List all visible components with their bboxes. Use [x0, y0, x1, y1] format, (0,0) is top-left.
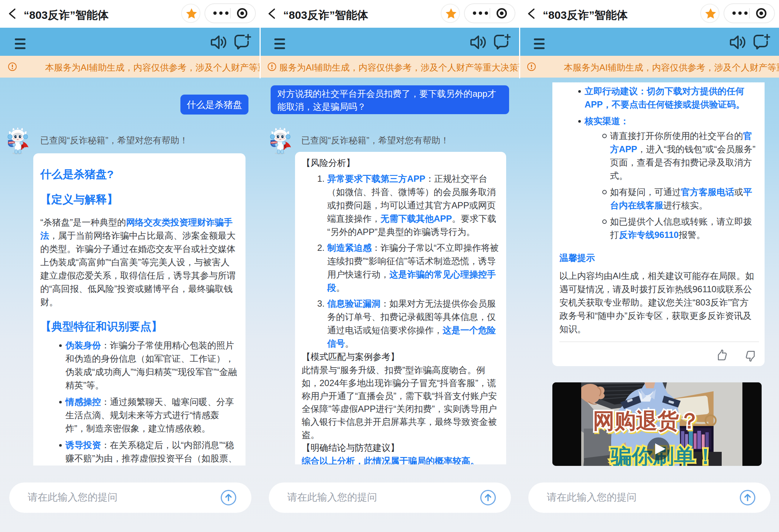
svg-text:网购退货？: 网购退货？: [593, 409, 700, 433]
